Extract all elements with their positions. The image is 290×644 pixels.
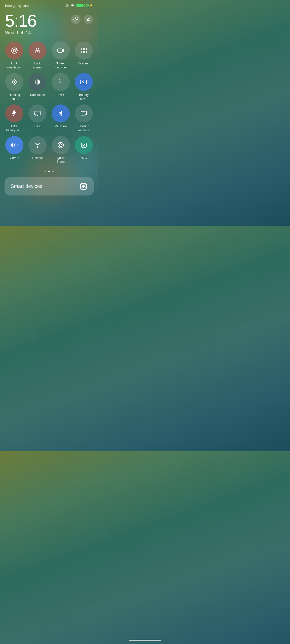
tile-lock-orientation[interactable]: Lockorientation: [4, 42, 25, 69]
tile-dark-mode-icon: [28, 73, 47, 91]
tile-quick-share-label: QuickShare: [57, 156, 65, 164]
tile-mi-share-icon: [52, 104, 70, 123]
svg-rect-10: [81, 51, 83, 53]
tile-ultra-battery[interactable]: Ultrabattery sa…: [4, 104, 25, 132]
tile-hotspot[interactable]: Hotspot: [27, 136, 48, 164]
tile-lock-screen[interactable]: Lockscreen: [27, 42, 48, 69]
tile-cast-label: Cast: [34, 125, 41, 129]
svg-point-13: [14, 81, 15, 83]
pagination-dot-3[interactable]: [52, 171, 54, 172]
time-section: 5:16 Wed, Feb 14: [3, 10, 95, 39]
tile-lock-orientation-label: Lockorientation: [7, 62, 21, 69]
tile-hotspot-icon: [28, 136, 47, 154]
tile-lock-screen-icon: [28, 42, 47, 60]
tile-ultra-battery-icon: [5, 104, 23, 123]
clock-date: Wed, Feb 14: [5, 30, 36, 35]
tile-dnd-icon: [52, 73, 70, 91]
tile-lock-orientation-icon: [5, 42, 23, 60]
tile-mi-share-label: Mi Share: [55, 125, 67, 129]
svg-point-0: [75, 19, 77, 20]
settings-button[interactable]: [71, 15, 81, 24]
svg-point-19: [37, 146, 38, 147]
tile-vibrate[interactable]: Vibrate: [4, 136, 25, 164]
tile-battery-saver-label: Batterysaver: [79, 93, 89, 101]
tile-floating-windows[interactable]: Floatingwindows: [74, 104, 94, 132]
mi-home-icon: [80, 182, 88, 190]
svg-rect-11: [84, 51, 86, 53]
battery-indicator: 100 ⚡: [76, 4, 93, 7]
tile-mi-share[interactable]: Mi Share: [50, 104, 71, 132]
tile-vibrate-icon: [5, 136, 23, 154]
svg-point-21: [58, 142, 63, 148]
pagination-dot-2[interactable]: [48, 171, 50, 172]
screenshot-icon: ⊠: [66, 4, 69, 8]
smart-devices-label: Smart devices: [11, 183, 43, 189]
svg-rect-7: [58, 49, 62, 52]
tile-ultra-battery-label: Ultrabattery sa…: [6, 125, 23, 132]
tile-dark-mode[interactable]: Dark mode: [27, 73, 48, 101]
tile-quick-share-icon: [52, 136, 70, 154]
tile-screen-recorder-label: ScreenRecorder: [54, 62, 67, 69]
quick-tiles-grid: Lockorientation Lockscreen ScreenReco: [3, 39, 95, 166]
status-bar: Emergency calls ⊠ 100 ⚡: [3, 0, 95, 10]
pagination-dots: [3, 166, 95, 175]
tile-scanner[interactable]: Scanner: [74, 42, 94, 69]
tile-battery-saver-icon: [75, 73, 93, 91]
emergency-calls-label: Emergency calls: [5, 4, 29, 8]
wifi-icon: [70, 4, 75, 7]
tile-hotspot-label: Hotspot: [32, 156, 43, 160]
tile-reading-mode-icon: [5, 73, 23, 91]
tile-dnd[interactable]: DND: [50, 73, 71, 101]
tile-reading-mode[interactable]: Readingmode: [4, 73, 25, 101]
tile-floating-windows-icon: [75, 104, 93, 123]
edit-button[interactable]: [84, 15, 93, 24]
tile-nfc-label: NFC: [81, 156, 87, 160]
tile-scanner-icon: [75, 42, 93, 60]
smart-devices-bar[interactable]: Smart devices: [5, 177, 94, 195]
svg-rect-9: [84, 48, 86, 50]
svg-point-6: [37, 51, 38, 52]
tile-floating-windows-label: Floatingwindows: [78, 125, 90, 132]
tile-dnd-label: DND: [57, 93, 64, 97]
svg-rect-17: [81, 112, 85, 115]
tile-quick-share[interactable]: QuickShare: [50, 136, 71, 164]
tile-battery-saver[interactable]: Batterysaver: [74, 73, 94, 101]
tile-vibrate-label: Vibrate: [10, 156, 19, 160]
tile-cast[interactable]: Cast: [27, 104, 48, 132]
tile-nfc[interactable]: NFC: [74, 136, 94, 164]
tile-reading-mode-label: Readingmode: [9, 93, 20, 101]
tile-scanner-label: Scanner: [78, 62, 90, 66]
pagination-dot-1[interactable]: [45, 171, 46, 172]
tile-screen-recorder[interactable]: ScreenRecorder: [50, 42, 71, 69]
svg-rect-8: [81, 48, 83, 50]
clock-time: 5:16: [5, 12, 36, 29]
tile-lock-screen-label: Lockscreen: [33, 62, 42, 69]
tile-screen-recorder-icon: [52, 42, 70, 60]
status-icons: ⊠ 100 ⚡: [66, 4, 93, 8]
tile-nfc-icon: [75, 136, 93, 154]
tile-dark-mode-label: Dark mode: [30, 93, 45, 97]
tile-cast-icon: [28, 104, 47, 123]
